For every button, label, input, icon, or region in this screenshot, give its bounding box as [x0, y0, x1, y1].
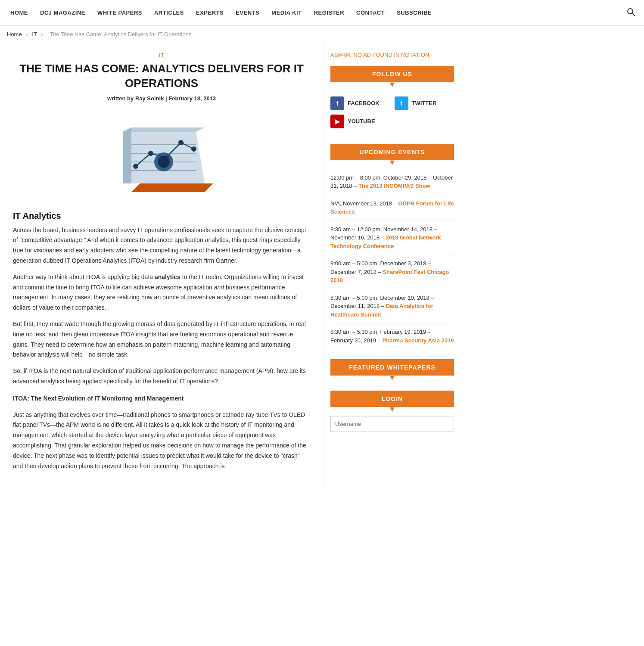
nav-item-experts[interactable]: EXPERTS: [190, 2, 230, 24]
twitter-label: TWITTER: [412, 100, 437, 106]
event-item: 8:30 am – 5:30 pm, February 19, 2019 – F…: [330, 323, 454, 349]
paragraph-2: Another way to think about ITOA is apply…: [13, 272, 310, 313]
breadcrumb-it[interactable]: IT: [32, 31, 37, 37]
article-date: February 18, 2013: [168, 95, 216, 102]
upcoming-events-arrow: ▼: [330, 160, 454, 165]
event-item: 12:00 pm – 8:00 pm, October 29, 2018 – O…: [330, 169, 454, 195]
ad-notice: AS#404: NO AD FOUND IN ROTATION: [330, 52, 454, 58]
nav-item-subscribe[interactable]: SUBSCRIBE: [391, 2, 438, 24]
article-category[interactable]: IT: [13, 52, 310, 58]
paragraph-4: So, if ITOA is the next natural evolutio…: [13, 366, 310, 387]
article-meta: written by Ray Solnik | February 18, 201…: [13, 95, 310, 102]
article-title: THE TIME HAS COME: ANALYTICS DELIVERS FO…: [13, 62, 310, 91]
main-nav: HOMEDCJ MAGAZINEWHITE PAPERSARTICLESEXPE…: [0, 0, 644, 26]
nav-item-home[interactable]: HOME: [4, 2, 34, 24]
follow-us-arrow: ▼: [330, 82, 454, 87]
event-link[interactable]: Pharma Security Asia 2019: [383, 337, 454, 344]
svg-marker-2: [131, 183, 213, 192]
paragraph-3: But first, they must wade through the gr…: [13, 319, 310, 360]
hero-image: [13, 110, 310, 201]
youtube-label: YOUTUBE: [348, 118, 375, 124]
facebook-label: FACEBOOK: [348, 100, 380, 106]
svg-point-16: [158, 156, 170, 168]
svg-point-14: [191, 146, 196, 152]
main-content: IT THE TIME HAS COME: ANALYTICS DELIVERS…: [0, 43, 323, 486]
section-heading: IT Analytics: [13, 211, 310, 221]
svg-marker-5: [123, 127, 131, 183]
social-grid: f FACEBOOK t TWITTER ▶ YOUTUBE: [330, 91, 454, 134]
featured-whitepapers-section: FEATURED WHITEPAPERS ▼: [330, 359, 454, 380]
sidebar: AS#404: NO AD FOUND IN ROTATION FOLLOW U…: [323, 43, 461, 486]
nav-item-events[interactable]: EVENTS: [230, 2, 265, 24]
breadcrumb-sep-1: ›: [26, 31, 28, 37]
nav-item-contact[interactable]: CONTACT: [350, 2, 391, 24]
twitter-link[interactable]: t TWITTER: [395, 96, 454, 110]
analytics-image: [106, 110, 218, 201]
subheading: ITOA: The Next Evolution of IT Monitorin…: [13, 394, 310, 404]
event-item: 8:30 am – 5:00 pm, December 10, 2018 – D…: [330, 289, 454, 324]
author-name[interactable]: Ray Solnik: [135, 95, 164, 102]
login-section: LOGIN ▼: [330, 391, 454, 436]
youtube-icon: ▶: [330, 115, 344, 128]
bold-analytics: analytics: [155, 273, 180, 280]
login-arrow: ▼: [330, 407, 454, 412]
event-item: N/A, November 13, 2018 – GDPR Forum for …: [330, 195, 454, 221]
breadcrumb-sep-2: ›: [41, 31, 43, 37]
event-link[interactable]: The 2018 INCOMPAS Show: [358, 183, 430, 189]
paragraph-1: Across the board, business leaders and s…: [13, 225, 310, 266]
featured-whitepapers-arrow: ▼: [330, 376, 454, 380]
youtube-link[interactable]: ▶ YOUTUBE: [330, 115, 454, 128]
svg-point-13: [178, 140, 184, 145]
search-icon-wrap[interactable]: [622, 0, 640, 25]
nav-item-media-kit[interactable]: MEDIA KIT: [265, 2, 308, 24]
twitter-icon: t: [395, 96, 408, 110]
nav-item-register[interactable]: REGISTER: [308, 2, 350, 24]
svg-point-10: [133, 164, 138, 169]
facebook-link[interactable]: f FACEBOOK: [330, 96, 390, 110]
event-date: N/A, November 13, 2018 –: [330, 200, 398, 207]
breadcrumb-current: The Time Has Come: Analytics Delivers fo…: [50, 31, 191, 37]
username-input[interactable]: [330, 416, 454, 432]
events-list: 12:00 pm – 8:00 pm, October 29, 2018 – O…: [330, 169, 454, 349]
italic-and: and: [214, 284, 224, 291]
breadcrumb: Home › IT › The Time Has Come: Analytics…: [0, 26, 644, 43]
nav-item-dcj-magazine[interactable]: DCJ MAGAZINE: [34, 2, 91, 24]
nav-item-articles[interactable]: ARTICLES: [148, 2, 190, 24]
svg-marker-4: [123, 127, 205, 132]
breadcrumb-home[interactable]: Home: [7, 31, 22, 37]
svg-line-1: [632, 13, 635, 16]
event-item: 8:30 am – 12:00 pm, November 14, 2018 – …: [330, 221, 454, 255]
upcoming-events-section: UPCOMING EVENTS ▼ 12:00 pm – 8:00 pm, Oc…: [330, 144, 454, 349]
article-body: IT Analytics Across the board, business …: [13, 211, 310, 472]
svg-point-0: [628, 9, 633, 14]
follow-us-section: FOLLOW US ▼ f FACEBOOK t TWITTER ▶ YOUTU…: [330, 66, 454, 134]
paragraph-5: Just as anything that evolves over time—…: [13, 410, 310, 472]
nav-links: HOMEDCJ MAGAZINEWHITE PAPERSARTICLESEXPE…: [4, 2, 438, 24]
event-item: 9:00 am – 5:00 pm, December 3, 2018 – De…: [330, 255, 454, 289]
svg-point-11: [148, 151, 153, 156]
facebook-icon: f: [330, 96, 344, 110]
written-by-label: written by: [107, 95, 134, 102]
nav-item-white-papers[interactable]: WHITE PAPERS: [91, 2, 148, 24]
